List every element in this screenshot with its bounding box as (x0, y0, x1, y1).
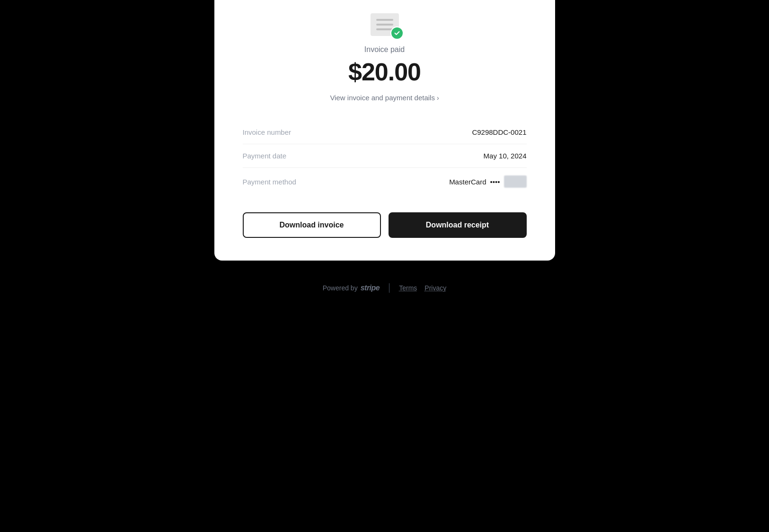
view-details-link[interactable]: View invoice and payment details › (330, 94, 439, 102)
invoice-number-row: Invoice number C9298DDC-0021 (243, 121, 527, 144)
invoice-amount: $20.00 (348, 58, 421, 86)
download-invoice-button[interactable]: Download invoice (243, 212, 381, 238)
view-details-label: View invoice and payment details (330, 94, 435, 102)
invoice-number-label: Invoice number (243, 128, 292, 136)
payment-card: Invoice paid $20.00 View invoice and pay… (214, 0, 555, 261)
footer-links: Terms Privacy (399, 284, 446, 292)
footer: Powered by stripe Terms Privacy (323, 283, 447, 293)
invoice-line-1 (376, 19, 393, 21)
payment-date-value: May 10, 2024 (484, 152, 527, 160)
details-table: Invoice number C9298DDC-0021 Payment dat… (243, 121, 527, 195)
invoice-number-value: C9298DDC-0021 (472, 128, 526, 136)
payment-date-row: Payment date May 10, 2024 (243, 144, 527, 167)
card-last4-blurred (504, 175, 527, 188)
icon-area (371, 13, 399, 36)
payment-method-brand: MasterCard (449, 178, 486, 186)
footer-divider (389, 283, 389, 293)
invoice-line-3 (376, 28, 393, 30)
page-wrapper: Invoice paid $20.00 View invoice and pay… (0, 0, 769, 532)
powered-by: Powered by stripe (323, 284, 380, 292)
payment-method-label: Payment method (243, 178, 296, 186)
payment-method-row: Payment method MasterCard •••• (243, 167, 527, 195)
payment-date-label: Payment date (243, 152, 287, 160)
stripe-logo: stripe (361, 284, 380, 292)
payment-method-dots: •••• (490, 178, 500, 186)
invoice-status: Invoice paid (364, 45, 405, 54)
powered-by-label: Powered by (323, 284, 358, 292)
terms-link[interactable]: Terms (399, 284, 417, 292)
check-badge (390, 26, 404, 40)
privacy-link[interactable]: Privacy (424, 284, 446, 292)
buttons-row: Download invoice Download receipt (243, 212, 527, 238)
chevron-icon: › (437, 94, 439, 102)
download-receipt-button[interactable]: Download receipt (389, 212, 527, 238)
invoice-line-2 (376, 24, 393, 26)
payment-method-value: MasterCard •••• (449, 175, 526, 188)
checkmark-icon (394, 30, 400, 36)
